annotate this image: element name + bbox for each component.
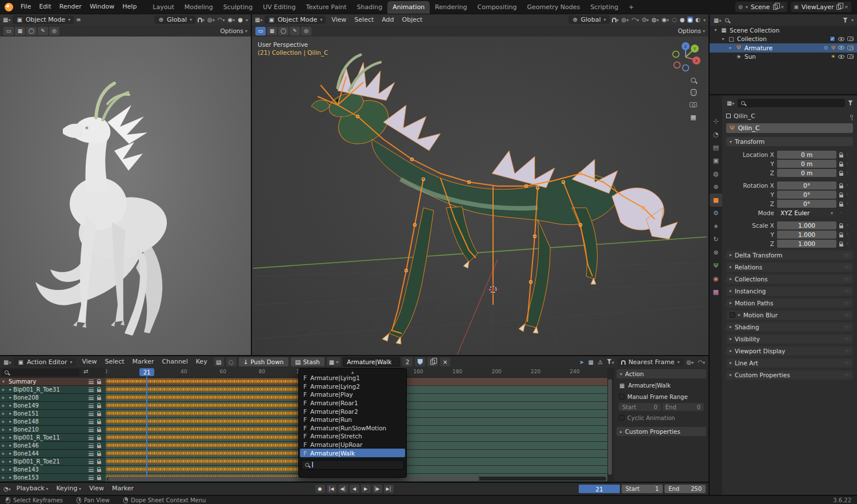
expand-icon[interactable]: ▸	[2, 467, 7, 472]
vertical-scrollbar[interactable]	[608, 378, 612, 477]
lock-icon[interactable]	[97, 397, 101, 400]
overlays-icon[interactable]: ◉▾	[661, 17, 670, 23]
editor-type-icon[interactable]: ▦▾	[726, 100, 735, 106]
orientation-select[interactable]: ⊕Global▾	[154, 15, 195, 24]
proportional-edit-icon[interactable]: ◠▾	[217, 17, 226, 23]
zoom-icon[interactable]	[691, 78, 696, 83]
lock-icon[interactable]	[97, 405, 101, 408]
visibility-icon[interactable]	[89, 428, 94, 432]
transform-field-z[interactable]: 1.000	[777, 240, 836, 248]
camera-icon[interactable]	[847, 37, 854, 41]
shading-material-icon[interactable]: ◉	[687, 17, 694, 23]
lock-icon[interactable]	[97, 453, 101, 456]
menu-file[interactable]: File	[17, 0, 35, 14]
action-option-armature-roar1[interactable]: FArmature|Roar1	[299, 399, 406, 408]
new-action-button[interactable]	[427, 357, 438, 366]
next-keyframe-button[interactable]: |▶	[373, 485, 382, 493]
action-option-armature-uproar[interactable]: FArmature|UpRoar	[299, 441, 406, 449]
editor-type-icon[interactable]: ▦▾	[254, 17, 263, 23]
shading-wireframe-icon[interactable]: ◌	[671, 17, 678, 23]
channel-bone143[interactable]: ▸•Bone143	[0, 466, 106, 473]
panel-visibility[interactable]: ▸Visibility∷∷	[726, 334, 853, 344]
action-option-armature-walk[interactable]: FArmature|Walk	[300, 449, 405, 457]
properties-tab-material[interactable]: ◉	[710, 272, 722, 285]
expand-icon[interactable]: ▸	[2, 395, 7, 400]
lock-icon[interactable]	[97, 461, 101, 464]
jump-to-start-button[interactable]: |◀	[327, 485, 337, 493]
panel-checkbox[interactable]	[730, 312, 735, 318]
workspace-tab-rendering[interactable]: Rendering	[430, 1, 472, 14]
snap-magnet-icon[interactable]: ▾	[197, 17, 205, 23]
editor-type-icon[interactable]: ◔▾	[3, 486, 11, 492]
panel-custom-properties[interactable]: ▸Custom Properties∷∷	[726, 370, 853, 380]
cursor-tool[interactable]: ◎	[301, 27, 311, 35]
dopesheet-menu-select[interactable]: Select	[101, 356, 129, 369]
custom-properties-panel[interactable]: ▸Custom Properties	[616, 427, 706, 436]
ghost-icon-button[interactable]: ◌	[226, 357, 237, 366]
visibility-icon[interactable]	[89, 436, 94, 440]
visibility-icon[interactable]	[89, 412, 94, 416]
manual-frame-range-row[interactable]: Manual Frame Range	[616, 392, 706, 401]
channel-summary[interactable]: ▾Summary	[0, 378, 106, 385]
panel-motion-blur[interactable]: ▸Motion Blur∷∷	[726, 311, 853, 320]
exclude-checkbox[interactable]: ✓	[830, 36, 835, 42]
push-down-button[interactable]: ↓Push Down	[239, 357, 289, 366]
visibility-icon[interactable]	[89, 388, 94, 392]
panel-shading[interactable]: ▸Shading∷∷	[726, 322, 853, 332]
scroll-up-icon[interactable]: ▲	[299, 369, 406, 374]
properties-tab-modifiers[interactable]: ⚙	[710, 207, 722, 220]
outliner-item-armature[interactable]: ▸ΨArmature⚙Ψ	[710, 43, 857, 53]
eye-icon[interactable]	[838, 37, 844, 41]
scene-selector[interactable]: ◍▾ Scene ×	[735, 2, 787, 12]
transform-field-rotation-x[interactable]: 0°	[777, 182, 836, 189]
action-option-armature-lying2[interactable]: FArmature|Lying2	[299, 382, 406, 391]
channel-bip001-r-toe31[interactable]: ▸•Bip001_R_Toe31	[0, 386, 106, 393]
lock-icon[interactable]	[839, 204, 843, 207]
action-option-armature-runslowmotion[interactable]: FArmature|RunSlowMotion	[299, 424, 406, 433]
action-option-armature-play[interactable]: FArmature|Play	[299, 390, 406, 399]
transform-panel-header[interactable]: ▾Transform	[726, 137, 853, 146]
outliner-item-scene-collection[interactable]: ▾▦Scene Collection	[710, 26, 857, 35]
expand-icon[interactable]: ▸	[2, 427, 7, 432]
gizmos-icon[interactable]: ◍▾	[651, 17, 660, 23]
auto-key-record-button[interactable]: ●	[315, 485, 325, 493]
transform-field-mode[interactable]: XYZ Euler▾	[777, 209, 836, 217]
lock-icon[interactable]	[97, 429, 101, 432]
lock-icon[interactable]	[839, 244, 843, 247]
navigation-gizmo[interactable]: Z X Y	[670, 41, 702, 73]
shading-dropdown-icon[interactable]: ▾	[245, 17, 249, 23]
new-scene-icon[interactable]	[773, 5, 778, 10]
action-option-armature-lying1[interactable]: FArmature|Lying1	[299, 374, 406, 382]
animate-dot-icon[interactable]: ◦	[846, 241, 849, 247]
expand-icon[interactable]: ▸	[2, 387, 7, 392]
channel-bip001-r-toe21[interactable]: ▸•Bip001_R_Toe21	[0, 458, 106, 465]
lock-icon[interactable]	[97, 421, 101, 424]
stash-button[interactable]: ▤Stash	[291, 357, 325, 366]
cyclic-animation-row[interactable]: Cyclic Animation	[616, 413, 706, 422]
dropdown-search-field[interactable]	[301, 460, 404, 470]
visibility-icon[interactable]	[89, 475, 94, 480]
properties-tab-world[interactable]: ⊕	[710, 180, 722, 193]
expand-icon[interactable]: ▸	[2, 475, 7, 480]
cursor-tool[interactable]: ◎	[49, 27, 59, 35]
animate-dot-icon[interactable]: ◦	[846, 201, 849, 207]
overlays-icon[interactable]: ◉▾	[227, 17, 236, 23]
playhead-line[interactable]	[146, 377, 147, 477]
expand-icon[interactable]: ▾	[2, 379, 7, 384]
start-frame-field[interactable]: Start1	[622, 485, 663, 493]
play-button[interactable]: ▶	[361, 485, 371, 493]
mode-select[interactable]: ▣Object Mode▾	[13, 15, 74, 24]
left-viewport-canvas[interactable]	[0, 37, 251, 355]
select-lasso-tool[interactable]: ✎	[290, 27, 300, 35]
action-option-armature-roar2[interactable]: FArmature|Roar2	[299, 407, 406, 416]
panel-grip-icon[interactable]: ∷∷	[844, 264, 850, 270]
shading-solid-icon[interactable]: ●	[679, 17, 686, 23]
lock-icon[interactable]	[839, 155, 843, 158]
expand-icon[interactable]: ▸	[2, 435, 7, 440]
properties-tab-object[interactable]: ■	[710, 193, 722, 207]
dopesheet-menu-channel[interactable]: Channel	[158, 356, 192, 369]
visibility-icon[interactable]	[89, 404, 94, 408]
fake-user-button[interactable]	[415, 357, 425, 366]
current-frame-field[interactable]: 21	[579, 485, 620, 493]
transform-field-scale-x[interactable]: 1.000	[777, 221, 836, 229]
